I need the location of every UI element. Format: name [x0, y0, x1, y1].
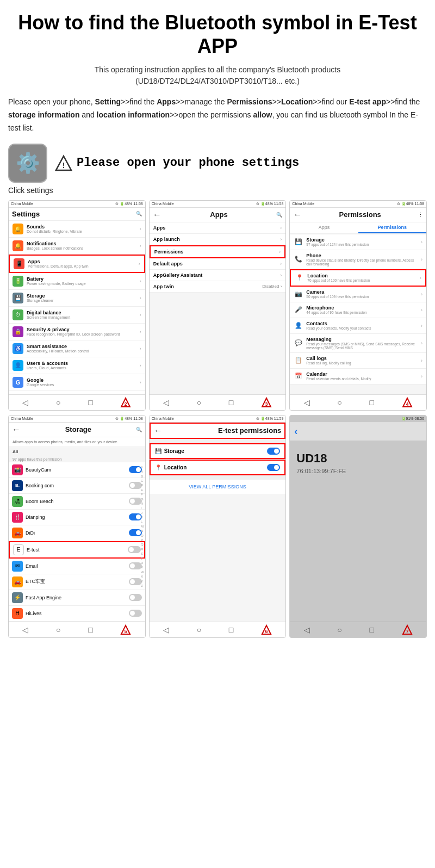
ud18-device-name: UD18: [296, 451, 420, 466]
boombeach-item[interactable]: 🏖 Boom Beach: [9, 494, 145, 510]
arrow: ›: [140, 380, 141, 385]
arrow: ›: [421, 358, 422, 363]
storage-icon: 💾: [13, 293, 23, 303]
svg-text:!: !: [61, 162, 66, 170]
camera-perm-item[interactable]: 📷 Camera 50 apps out of 109 have this pe…: [290, 287, 426, 302]
didi-item[interactable]: 🚗 DiDi: [9, 525, 145, 541]
tab-permissions[interactable]: Permissions: [358, 222, 426, 233]
default-apps-item[interactable]: Default apps ›: [150, 258, 286, 270]
storage-etest-item[interactable]: 💾 Storage: [150, 443, 286, 459]
email-toggle[interactable]: [129, 562, 142, 569]
status-bar-7: 🔋91% 08:56: [290, 416, 426, 423]
storage-etest-label: 💾 Storage: [155, 448, 184, 454]
home-btn-7[interactable]: ○: [337, 625, 341, 634]
mic-perm-item[interactable]: 🎤 Microphone 44 apps out of 95 have this…: [290, 302, 426, 318]
dianping-item[interactable]: 🍴 Dianping: [9, 510, 145, 525]
back-btn-7[interactable]: ◁: [304, 625, 310, 634]
booking-item[interactable]: B. Booking.com: [9, 478, 145, 494]
home-btn-2[interactable]: ○: [56, 398, 60, 407]
home-btn-6[interactable]: ○: [197, 625, 201, 634]
beautycam-toggle[interactable]: [129, 466, 142, 473]
click-settings-label: Click settings: [8, 186, 427, 195]
mic-perm-icon: 🎤: [294, 305, 303, 315]
recents-btn-2[interactable]: □: [88, 398, 92, 407]
appgallery-item[interactable]: AppGallery Assistant ›: [150, 270, 286, 281]
dianping-toggle[interactable]: [129, 513, 142, 520]
apps-sub-item[interactable]: Apps ›: [150, 222, 286, 234]
recents-btn-3[interactable]: □: [229, 398, 233, 407]
calendar-perm-item[interactable]: 📅 Calendar Read calendar events and deta…: [290, 369, 426, 385]
search-icon-2[interactable]: 🔍: [136, 211, 142, 216]
etest-item[interactable]: E E-test: [9, 541, 145, 559]
more-icon-4[interactable]: ⋮: [418, 212, 423, 218]
smart-text: Smart assistance Accessibility, HiTouch,…: [27, 344, 136, 353]
beautycam-item[interactable]: 📸 BeautyCam: [9, 462, 145, 478]
back-btn-5[interactable]: ◁: [22, 625, 28, 634]
email-item[interactable]: ✉ Email: [9, 559, 145, 574]
location-perm-item[interactable]: 📍 Location 70 apps out of 100 have this …: [290, 269, 426, 287]
boombeach-toggle[interactable]: [129, 498, 142, 505]
battery-item[interactable]: 🔋 Battery Power saving mode, Battery usa…: [9, 273, 145, 290]
svg-text:2: 2: [125, 401, 127, 407]
storage-item[interactable]: 💾 Storage Storage cleaner ›: [9, 290, 145, 307]
hilives-item[interactable]: H HiLives: [9, 606, 145, 622]
recents-btn-7[interactable]: □: [369, 625, 374, 634]
hilives-toggle[interactable]: [129, 610, 142, 617]
storage-etest-toggle[interactable]: [267, 448, 280, 455]
smart-icon: ♿: [13, 343, 23, 354]
notifications-item[interactable]: 🔔 Notifications Badges, Lock screen noti…: [9, 238, 145, 255]
recents-btn-5[interactable]: □: [88, 625, 92, 634]
back-btn-3[interactable]: ◁: [163, 398, 169, 407]
messaging-perm-item[interactable]: 💬 Messaging Read your messages (SMS or M…: [290, 334, 426, 353]
storage-perm-item[interactable]: 💾 Storage 97 apps out of 124 have this p…: [290, 234, 426, 250]
location-etest-icon: 📍: [155, 464, 161, 470]
search-icon-3[interactable]: 🔍: [276, 212, 282, 218]
location-etest-item[interactable]: 📍 Location: [150, 460, 286, 475]
home-btn-4[interactable]: ○: [337, 398, 341, 407]
users-item[interactable]: 👤 Users & accounts Users, Cloud, Account…: [9, 357, 145, 374]
screen-2: China Mobile ⊙ 🔋48% 11:58 Settings 🔍 🔔 S…: [8, 200, 146, 411]
location-etest-toggle[interactable]: [267, 464, 280, 471]
back-btn-2[interactable]: ◁: [22, 398, 28, 407]
fastapp-toggle[interactable]: [129, 594, 142, 601]
storage-etest-icon: 💾: [155, 448, 161, 454]
view-all-button[interactable]: VIEW ALL PERMISSIONS: [150, 480, 286, 494]
security-item[interactable]: 🔒 Security & privacy Face recognition, F…: [9, 324, 145, 340]
etc-item[interactable]: 🚗 ETC车宝: [9, 574, 145, 590]
svg-text:5: 5: [125, 629, 127, 634]
back-btn-6[interactable]: ◁: [163, 625, 169, 634]
screenshots-row-1: China Mobile ⊙ 🔋48% 11:58 Settings 🔍 🔔 S…: [8, 200, 427, 411]
recents-btn-6[interactable]: □: [229, 625, 233, 634]
storage-perm-text: Storage 97 apps out of 124 have this per…: [306, 237, 418, 246]
back-icon-3[interactable]: ←: [153, 210, 161, 220]
etc-toggle[interactable]: [129, 578, 142, 585]
back-icon-7[interactable]: ‹: [294, 426, 297, 437]
calllogs-perm-item[interactable]: 📋 Call logs Read call log, Modify call l…: [290, 353, 426, 369]
contacts-perm-item[interactable]: 👤 Contacts Read your contacts, Modify yo…: [290, 318, 426, 334]
digital-balance-item[interactable]: ⏱ Digital balance Screen time management…: [9, 307, 145, 324]
didi-toggle[interactable]: [129, 529, 142, 536]
permissions-item[interactable]: Permissions ›: [150, 245, 286, 258]
google-item[interactable]: G Google Google services ›: [9, 374, 145, 391]
digital-text: Digital balance Screen time management: [27, 310, 136, 319]
booking-toggle[interactable]: [129, 482, 142, 489]
step-triangle-7: 7: [402, 624, 413, 635]
sounds-item[interactable]: 🔔 Sounds Do not disturb, Ringtone, Vibra…: [9, 221, 145, 238]
back-icon-6[interactable]: ←: [154, 426, 163, 436]
fastapp-item[interactable]: ⚡ Fast App Engine: [9, 590, 145, 606]
app-twin-item[interactable]: App twin Disabled ›: [150, 281, 286, 293]
back-btn-4[interactable]: ◁: [304, 398, 310, 407]
search-icon-5[interactable]: 🔍: [136, 427, 142, 432]
home-btn-3[interactable]: ○: [197, 398, 201, 407]
etest-toggle[interactable]: [128, 546, 141, 553]
recents-btn-4[interactable]: □: [369, 398, 374, 407]
phone-perm-item[interactable]: 📞 Phone Read device status and identity.…: [290, 250, 426, 269]
svg-text:4: 4: [406, 401, 408, 407]
apps-item[interactable]: 📱 Apps Permissions, Default apps, App tw…: [9, 255, 145, 273]
tab-apps[interactable]: Apps: [290, 222, 358, 233]
home-btn-5[interactable]: ○: [56, 625, 60, 634]
back-icon-4[interactable]: ←: [293, 210, 302, 220]
app-launch-item[interactable]: App launch ›: [150, 234, 286, 245]
smart-assist-item[interactable]: ♿ Smart assistance Accessibility, HiTouc…: [9, 340, 145, 357]
back-icon-5[interactable]: ←: [12, 425, 21, 435]
